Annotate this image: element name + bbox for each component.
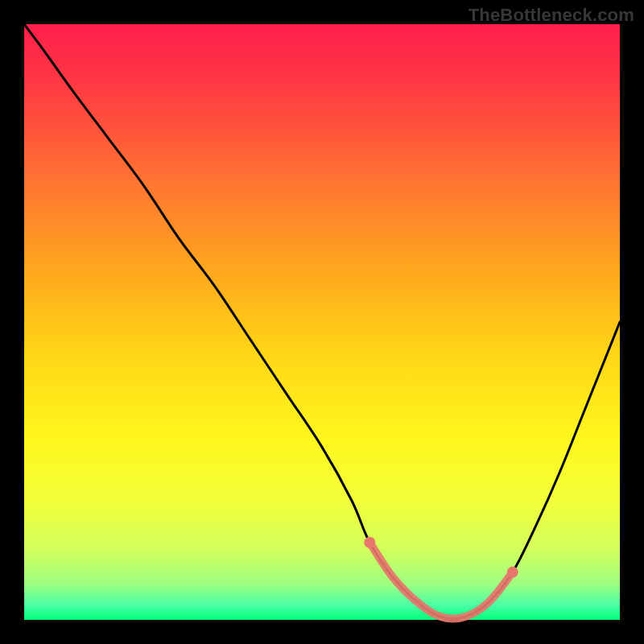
highlight-end-right — [507, 567, 518, 578]
bottleneck-chart — [0, 0, 644, 644]
gradient-background — [24, 24, 620, 620]
watermark-text: TheBottleneck.com — [469, 5, 634, 26]
highlight-end-left — [364, 537, 375, 548]
chart-frame: TheBottleneck.com — [0, 0, 644, 644]
